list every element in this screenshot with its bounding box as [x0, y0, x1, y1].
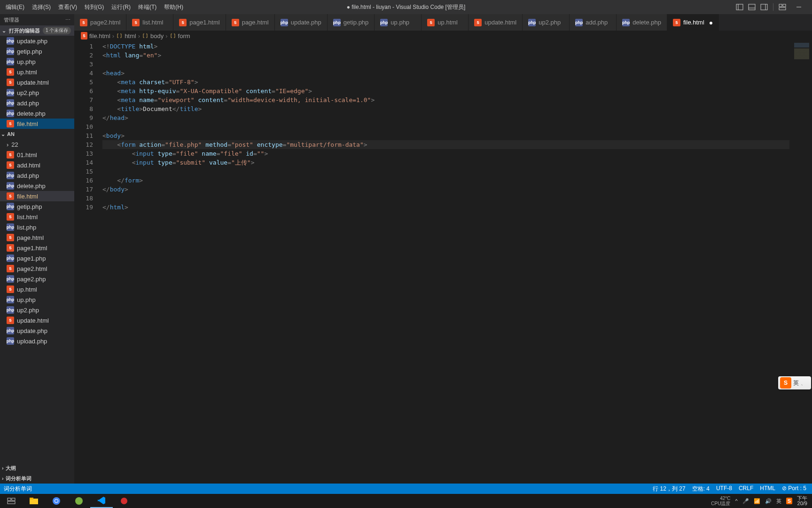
tray-clock[interactable]: 下午 20/9: [797, 496, 807, 506]
tree-item[interactable]: 5update.html: [0, 315, 74, 325]
tray-wifi-icon[interactable]: 📶: [754, 498, 760, 504]
chrome-icon[interactable]: [45, 494, 68, 508]
tree-item[interactable]: 5page.html: [0, 232, 74, 243]
tray-chevron-icon[interactable]: ^: [735, 498, 737, 504]
open-editor-item[interactable]: 5file.html: [0, 119, 74, 129]
editor-tab[interactable]: 5page2.html: [74, 14, 126, 31]
more-actions-icon[interactable]: ⋯: [65, 17, 70, 23]
tree-item[interactable]: phpgetip.php: [0, 201, 74, 212]
code-line[interactable]: </head>: [102, 113, 789, 122]
tree-item[interactable]: 5list.html: [0, 212, 74, 222]
vscode-icon[interactable]: [90, 494, 113, 508]
open-editor-item[interactable]: 5up.html: [0, 67, 74, 77]
tree-item[interactable]: phpupdate.php: [0, 325, 74, 336]
status-encoding[interactable]: UTF-8: [716, 485, 732, 493]
layout-panel-right-icon[interactable]: [759, 2, 769, 12]
editor-tab[interactable]: 5update.html: [468, 14, 523, 31]
tree-item[interactable]: 5page1.html: [0, 243, 74, 253]
code-line[interactable]: [102, 60, 789, 69]
ime-floating-bar[interactable]: S 英 、: [778, 376, 811, 389]
tray-volume-icon[interactable]: 🔊: [765, 498, 772, 504]
menu-编辑(E)[interactable]: 编辑(E): [2, 0, 28, 14]
editor-tab[interactable]: 5list.html: [126, 14, 173, 31]
tree-item[interactable]: phpup.php: [0, 294, 74, 305]
editor-tab[interactable]: phpup2.php: [523, 14, 570, 31]
outline-section-header[interactable]: › 大纲: [0, 463, 74, 473]
status-wordfreq[interactable]: 词分析单词: [0, 485, 32, 493]
tree-item[interactable]: 5page2.html: [0, 263, 74, 274]
minimap[interactable]: [789, 41, 812, 484]
green-app-icon[interactable]: [68, 494, 90, 508]
tree-item[interactable]: phppage1.php: [0, 253, 74, 263]
code-line[interactable]: <input type="submit" value="上传">: [102, 158, 789, 167]
editor-tab[interactable]: phpup.php: [375, 14, 422, 31]
open-editor-item[interactable]: phpgetip.php: [0, 46, 74, 56]
open-editor-item[interactable]: phpdelete.php: [0, 108, 74, 119]
wordfreq-section-header[interactable]: › 词分析单词: [0, 473, 74, 484]
code-line[interactable]: </body>: [102, 185, 789, 194]
open-editor-item[interactable]: phpupdate.php: [0, 36, 74, 46]
code-line[interactable]: <meta name="viewport" content="width=dev…: [102, 95, 789, 104]
code-line[interactable]: [102, 167, 789, 176]
folder-header-an[interactable]: ⌄ AN: [0, 129, 74, 139]
editor-tab[interactable]: 5page.html: [226, 14, 275, 31]
code-line[interactable]: [102, 122, 789, 131]
layout-customize-icon[interactable]: [777, 2, 788, 12]
code-editor[interactable]: 12345678910111213141516171819 <!DOCTYPE …: [74, 41, 789, 484]
menu-运行(R)[interactable]: 运行(R): [108, 0, 134, 14]
layout-panel-left-icon[interactable]: [734, 2, 745, 12]
editor-tab[interactable]: phpgetip.php: [328, 14, 375, 31]
temperature-widget[interactable]: 42°C CPU温度: [711, 496, 730, 506]
explorer-sidebar[interactable]: phpupdate.phpphpgetip.phpphpup.php5up.ht…: [0, 36, 74, 484]
breadcrumb-segment[interactable]: file.html: [89, 32, 110, 40]
code-line[interactable]: <body>: [102, 131, 789, 140]
open-editors-header[interactable]: ⌄ 打开的编辑器 1 个未保存: [0, 25, 74, 36]
tray-ime-icon[interactable]: 英: [776, 498, 781, 505]
status-spaces[interactable]: 空格: 4: [692, 485, 710, 493]
menu-转到(G)[interactable]: 转到(G): [81, 0, 108, 14]
status-cursor-pos[interactable]: 行 12，列 27: [653, 485, 685, 493]
tree-item[interactable]: phpup2.php: [0, 305, 74, 315]
record-icon[interactable]: [113, 494, 135, 508]
status-port[interactable]: ⊘ Port : 5: [782, 485, 806, 493]
tree-item[interactable]: phpupload.php: [0, 336, 74, 346]
menu-查看(V)[interactable]: 查看(V): [55, 0, 81, 14]
breadcrumb-segment[interactable]: html: [125, 32, 136, 40]
code-line[interactable]: <form action="file.php" method="post" en…: [102, 140, 789, 149]
code-line[interactable]: <html lang="en">: [102, 51, 789, 60]
minimize-button[interactable]: [789, 0, 808, 14]
tree-item[interactable]: phppage2.php: [0, 274, 74, 284]
tree-item[interactable]: 501.html: [0, 150, 74, 160]
editor-tab[interactable]: phpdelete.php: [617, 14, 667, 31]
status-language[interactable]: HTML: [760, 485, 775, 493]
breadcrumb-segment[interactable]: form: [178, 32, 190, 40]
tree-item[interactable]: 5file.html: [0, 191, 74, 201]
tree-item[interactable]: phplist.php: [0, 222, 74, 232]
editor-tab[interactable]: 5up.html: [422, 14, 468, 31]
code-line[interactable]: </form>: [102, 176, 789, 185]
editor-tab[interactable]: phpupdate.php: [275, 14, 328, 31]
code-line[interactable]: <input type="file" name="file" id="">: [102, 149, 789, 158]
status-eol[interactable]: CRLF: [739, 485, 753, 493]
code-line[interactable]: </html>: [102, 203, 789, 212]
code-line[interactable]: <meta http-equiv="X-UA-Compatible" conte…: [102, 87, 789, 95]
menu-帮助(H)[interactable]: 帮助(H): [160, 0, 187, 14]
breadcrumb[interactable]: 5file.html › html › body › form: [74, 31, 812, 41]
menu-终端(T)[interactable]: 终端(T): [134, 0, 160, 14]
editor-tab[interactable]: phpadd.php: [570, 14, 617, 31]
code-line[interactable]: <meta charset="UTF-8">: [102, 78, 789, 87]
editor-tab[interactable]: 5page1.html: [173, 14, 226, 31]
menu-选择(S)[interactable]: 选择(S): [28, 0, 55, 14]
code-line[interactable]: <!DOCTYPE html>: [102, 42, 789, 51]
tree-item[interactable]: phpadd.php: [0, 170, 74, 181]
open-editor-item[interactable]: phpadd.php: [0, 98, 74, 108]
open-editor-item[interactable]: phpup2.php: [0, 87, 74, 98]
code-content[interactable]: <!DOCTYPE html><html lang="en"> <head> <…: [102, 41, 789, 484]
code-line[interactable]: <head>: [102, 69, 789, 78]
tree-item[interactable]: phpdelete.php: [0, 181, 74, 191]
code-line[interactable]: <title>Document</title>: [102, 104, 789, 113]
layout-panel-bottom-icon[interactable]: [747, 2, 757, 12]
tray-mic-icon[interactable]: 🎤: [742, 498, 749, 504]
editor-tab[interactable]: 5file.html●: [667, 14, 719, 31]
tree-item[interactable]: 5up.html: [0, 284, 74, 294]
